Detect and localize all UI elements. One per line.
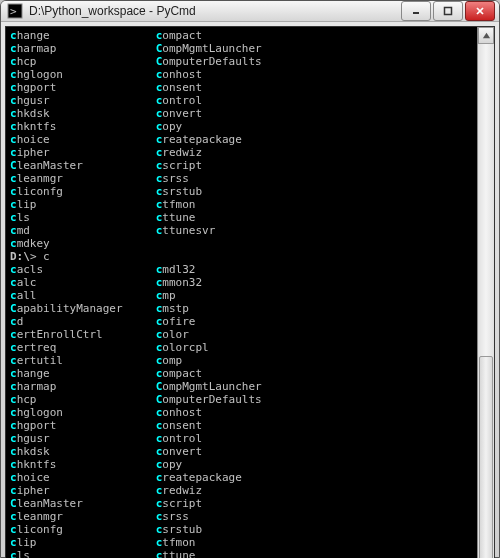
- console-output[interactable]: change compactcharmap CompMgmtLauncherch…: [6, 27, 477, 558]
- window-buttons: [399, 1, 495, 21]
- client-area: change compactcharmap CompMgmtLauncherch…: [5, 26, 495, 558]
- scroll-track[interactable]: [478, 44, 494, 558]
- window-frame: > D:\Python_workspace - PyCmd change com…: [0, 0, 500, 558]
- svg-rect-3: [445, 8, 452, 15]
- app-icon: >: [7, 3, 23, 19]
- window-title: D:\Python_workspace - PyCmd: [29, 4, 399, 18]
- minimize-button[interactable]: [401, 1, 431, 21]
- maximize-button[interactable]: [433, 1, 463, 21]
- vertical-scrollbar[interactable]: [477, 27, 494, 558]
- close-button[interactable]: [465, 1, 495, 21]
- svg-text:>: >: [10, 5, 17, 18]
- scroll-up-button[interactable]: [478, 27, 494, 44]
- svg-marker-6: [482, 33, 489, 38]
- scroll-thumb[interactable]: [479, 356, 493, 558]
- titlebar[interactable]: > D:\Python_workspace - PyCmd: [1, 1, 499, 22]
